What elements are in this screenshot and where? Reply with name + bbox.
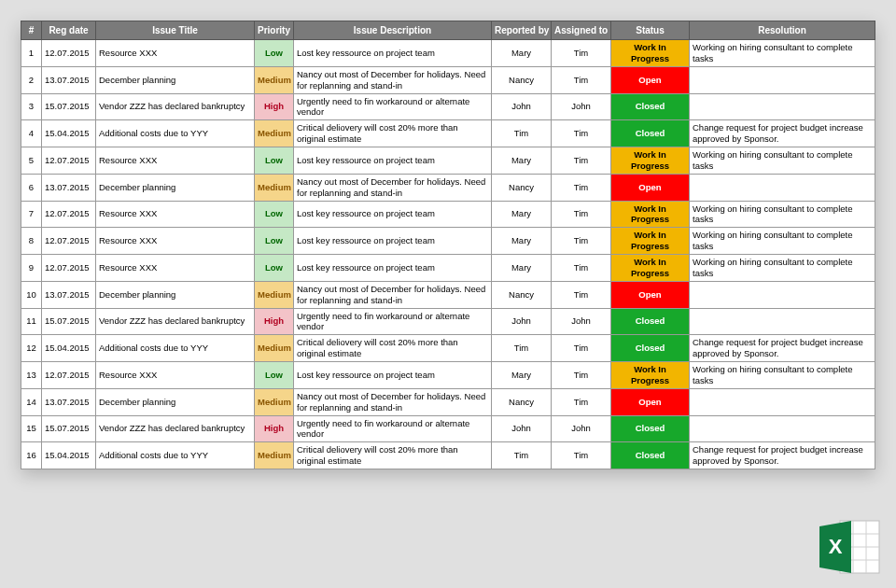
cell-title[interactable]: Additional costs due to YYY: [96, 120, 255, 147]
cell-status[interactable]: Open: [611, 66, 690, 93]
cell-priority[interactable]: Medium: [255, 388, 294, 415]
cell-reported-by[interactable]: Mary: [492, 255, 552, 282]
cell-resolution[interactable]: Working on hiring consultant to complete…: [690, 362, 875, 389]
cell-title[interactable]: Resource XXX: [96, 228, 255, 255]
cell-description[interactable]: Lost key ressource on project team: [294, 40, 492, 67]
cell-title[interactable]: December planning: [96, 388, 255, 415]
cell-priority[interactable]: Medium: [255, 174, 294, 201]
cell-title[interactable]: Vendor ZZZ has declared bankruptcy: [96, 93, 255, 120]
header-status[interactable]: Status: [611, 21, 690, 40]
cell-priority[interactable]: Medium: [255, 66, 294, 93]
cell-description[interactable]: Critical deliovery will cost 20% more th…: [294, 120, 492, 147]
table-row[interactable]: 1413.07.2015December planningMediumNancy…: [21, 388, 875, 415]
cell-assigned-to[interactable]: Tim: [552, 335, 611, 362]
cell-resolution[interactable]: Working on hiring consultant to complete…: [690, 255, 875, 282]
header-assigned-to[interactable]: Assigned to: [552, 21, 611, 40]
cell-description[interactable]: Nancy out most of December for holidays.…: [294, 281, 492, 308]
cell-assigned-to[interactable]: Tim: [552, 201, 611, 228]
cell-priority[interactable]: High: [255, 415, 294, 442]
cell-assigned-to[interactable]: Tim: [552, 174, 611, 201]
header-title[interactable]: Issue Title: [96, 21, 255, 40]
cell-num[interactable]: 10: [21, 281, 42, 308]
header-reported-by[interactable]: Reported by: [492, 21, 552, 40]
table-row[interactable]: 315.07.2015Vendor ZZZ has declared bankr…: [21, 93, 875, 120]
cell-reported-by[interactable]: Tim: [492, 120, 552, 147]
cell-date[interactable]: 15.04.2015: [42, 120, 96, 147]
cell-resolution[interactable]: [690, 415, 875, 442]
table-row[interactable]: 1312.07.2015Resource XXXLowLost key ress…: [21, 362, 875, 389]
table-row[interactable]: 112.07.2015Resource XXXLowLost key resso…: [21, 40, 875, 67]
cell-resolution[interactable]: [690, 93, 875, 120]
cell-status[interactable]: Open: [611, 281, 690, 308]
cell-num[interactable]: 14: [21, 388, 42, 415]
cell-priority[interactable]: Medium: [255, 335, 294, 362]
cell-title[interactable]: December planning: [96, 281, 255, 308]
cell-priority[interactable]: Medium: [255, 120, 294, 147]
table-row[interactable]: 613.07.2015December planningMediumNancy …: [21, 174, 875, 201]
cell-priority[interactable]: Low: [255, 362, 294, 389]
header-description[interactable]: Issue Description: [294, 21, 492, 40]
cell-resolution[interactable]: Change request for project budget increa…: [690, 442, 875, 469]
header-num[interactable]: #: [21, 21, 42, 40]
cell-date[interactable]: 12.07.2015: [42, 362, 96, 389]
cell-status[interactable]: Work In Progress: [611, 201, 690, 228]
cell-resolution[interactable]: Working on hiring consultant to complete…: [690, 201, 875, 228]
cell-date[interactable]: 13.07.2015: [42, 174, 96, 201]
cell-status[interactable]: Closed: [611, 93, 690, 120]
cell-description[interactable]: Nancy out most of December for holidays.…: [294, 174, 492, 201]
cell-description[interactable]: Nancy out most of December for holidays.…: [294, 66, 492, 93]
cell-title[interactable]: Resource XXX: [96, 362, 255, 389]
cell-num[interactable]: 6: [21, 174, 42, 201]
cell-description[interactable]: Urgently need to fin workaround or alter…: [294, 415, 492, 442]
cell-description[interactable]: Lost key ressource on project team: [294, 147, 492, 175]
cell-reported-by[interactable]: Nancy: [492, 174, 552, 201]
cell-num[interactable]: 11: [21, 308, 42, 335]
cell-description[interactable]: Critical deliovery will cost 20% more th…: [294, 335, 492, 362]
cell-title[interactable]: Additional costs due to YYY: [96, 442, 255, 469]
cell-resolution[interactable]: [690, 281, 875, 308]
cell-status[interactable]: Closed: [611, 335, 690, 362]
cell-assigned-to[interactable]: Tim: [552, 362, 611, 389]
cell-status[interactable]: Work In Progress: [611, 147, 690, 175]
cell-reported-by[interactable]: Nancy: [492, 66, 552, 93]
table-row[interactable]: 1615.04.2015Additional costs due to YYYM…: [21, 442, 875, 469]
cell-status[interactable]: Closed: [611, 120, 690, 147]
cell-status[interactable]: Work In Progress: [611, 362, 690, 389]
cell-assigned-to[interactable]: Tim: [552, 147, 611, 175]
cell-date[interactable]: 12.07.2015: [42, 40, 96, 67]
cell-assigned-to[interactable]: Tim: [552, 120, 611, 147]
cell-description[interactable]: Lost key ressource on project team: [294, 362, 492, 389]
table-row[interactable]: 1115.07.2015Vendor ZZZ has declared bank…: [21, 308, 875, 335]
cell-date[interactable]: 12.07.2015: [42, 228, 96, 255]
cell-status[interactable]: Closed: [611, 442, 690, 469]
cell-reported-by[interactable]: Nancy: [492, 281, 552, 308]
cell-title[interactable]: Resource XXX: [96, 147, 255, 175]
cell-title[interactable]: Resource XXX: [96, 40, 255, 67]
table-row[interactable]: 712.07.2015Resource XXXLowLost key resso…: [21, 201, 875, 228]
cell-date[interactable]: 12.07.2015: [42, 255, 96, 282]
cell-priority[interactable]: Medium: [255, 442, 294, 469]
cell-num[interactable]: 8: [21, 228, 42, 255]
header-reg-date[interactable]: Reg date: [42, 21, 96, 40]
cell-reported-by[interactable]: Mary: [492, 40, 552, 67]
cell-status[interactable]: Work In Progress: [611, 40, 690, 67]
cell-date[interactable]: 15.04.2015: [42, 442, 96, 469]
cell-title[interactable]: December planning: [96, 66, 255, 93]
table-row[interactable]: 512.07.2015Resource XXXLowLost key resso…: [21, 147, 875, 175]
cell-assigned-to[interactable]: John: [552, 93, 611, 120]
cell-num[interactable]: 9: [21, 255, 42, 282]
cell-date[interactable]: 15.04.2015: [42, 335, 96, 362]
cell-resolution[interactable]: Working on hiring consultant to complete…: [690, 228, 875, 255]
table-row[interactable]: 1515.07.2015Vendor ZZZ has declared bank…: [21, 415, 875, 442]
cell-resolution[interactable]: [690, 174, 875, 201]
cell-reported-by[interactable]: John: [492, 415, 552, 442]
table-row[interactable]: 213.07.2015December planningMediumNancy …: [21, 66, 875, 93]
cell-num[interactable]: 12: [21, 335, 42, 362]
cell-num[interactable]: 7: [21, 201, 42, 228]
cell-reported-by[interactable]: Tim: [492, 442, 552, 469]
cell-date[interactable]: 13.07.2015: [42, 66, 96, 93]
cell-status[interactable]: Closed: [611, 415, 690, 442]
cell-num[interactable]: 2: [21, 66, 42, 93]
cell-description[interactable]: Lost key ressource on project team: [294, 228, 492, 255]
cell-resolution[interactable]: [690, 388, 875, 415]
